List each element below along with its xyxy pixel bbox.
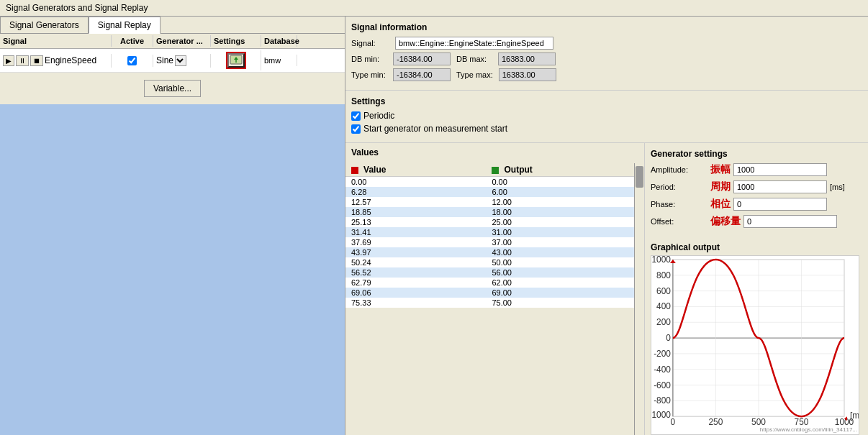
- db-minmax-row: DB min: DB max:: [351, 52, 862, 65]
- svg-text:250: 250: [709, 417, 723, 427]
- settings-icon: [229, 54, 243, 67]
- amplitude-input[interactable]: [733, 163, 827, 176]
- period-input[interactable]: [733, 180, 827, 193]
- periodic-checkbox[interactable]: [351, 111, 361, 121]
- svg-text:-200: -200: [654, 349, 671, 359]
- th-active: Active: [112, 35, 153, 47]
- start-generator-checkbox[interactable]: [351, 124, 361, 134]
- svg-text:[ms]: [ms]: [850, 411, 859, 421]
- start-generator-label: Start generator on measurement start: [363, 124, 507, 134]
- offset-input[interactable]: [743, 215, 837, 228]
- type-max-input[interactable]: [499, 68, 556, 81]
- svg-text:800: 800: [656, 270, 671, 280]
- offset-label: Offset:: [651, 217, 705, 226]
- signal-info-section: Signal information Signal: DB min: DB ma…: [345, 17, 868, 91]
- signal-info-title: Signal information: [351, 22, 862, 32]
- values-row: 69.0669.00: [345, 288, 644, 298]
- values-section: Values Value Outpu: [345, 143, 645, 435]
- values-title: Values: [351, 147, 638, 157]
- phase-label: Phase:: [651, 200, 705, 209]
- td-generator: Sine ▼: [153, 54, 211, 68]
- tab-signal-replay[interactable]: Signal Replay: [89, 17, 161, 34]
- values-table: Value Output 0.000.006.286.0012.5712.001…: [345, 163, 644, 308]
- values-row: 75.3375.00: [345, 298, 644, 308]
- variable-button[interactable]: Variable...: [144, 80, 201, 97]
- settings-border-box: [226, 52, 246, 69]
- values-scrollbar[interactable]: [634, 163, 644, 435]
- svg-text:600: 600: [656, 286, 671, 296]
- svg-text:0: 0: [666, 333, 671, 343]
- bottom-right: Generator settings Amplitude: 振幅 Period:…: [645, 143, 868, 435]
- output-cell: 6.00: [486, 187, 644, 197]
- values-row: 25.1325.00: [345, 217, 644, 227]
- th-generator: Generator ...: [153, 35, 211, 47]
- app-title: Signal Generators and Signal Replay: [6, 3, 148, 13]
- type-min-input[interactable]: [393, 68, 451, 81]
- th-settings: Settings: [211, 35, 261, 47]
- value-cell: 43.97: [345, 247, 486, 257]
- output-indicator: [492, 167, 499, 174]
- start-generator-row: Start generator on measurement start: [351, 124, 862, 134]
- value-cell: 25.13: [345, 217, 486, 227]
- svg-text:750: 750: [795, 417, 809, 427]
- col-value-header: Value: [345, 163, 486, 177]
- values-row: 37.6937.00: [345, 237, 644, 247]
- blue-area: [0, 104, 345, 435]
- output-cell: 75.00: [486, 298, 644, 308]
- amplitude-annotation: 振幅: [710, 163, 731, 176]
- tab-bar: Signal Generators Signal Replay: [0, 17, 345, 34]
- values-row: 43.9743.00: [345, 247, 644, 257]
- svg-text:200: 200: [656, 317, 671, 327]
- bottom-section: Values Value Outpu: [345, 143, 868, 435]
- output-cell: 25.00: [486, 217, 644, 227]
- graph-title: Graphical output: [651, 242, 862, 252]
- amplitude-row: Amplitude: 振幅: [651, 163, 862, 176]
- generator-type: Sine: [156, 55, 173, 65]
- scrollbar-thumb: [636, 166, 643, 188]
- svg-text:1000: 1000: [651, 256, 671, 265]
- svg-text:-400: -400: [654, 365, 671, 375]
- play-button[interactable]: ▶: [3, 55, 14, 66]
- period-unit: [ms]: [830, 183, 845, 191]
- output-cell: 56.00: [486, 267, 644, 278]
- active-checkbox[interactable]: [127, 56, 137, 65]
- db-max-label: DB max:: [456, 55, 492, 63]
- generator-dropdown[interactable]: ▼: [175, 55, 186, 66]
- output-cell: 0.00: [486, 177, 644, 188]
- pause-button[interactable]: ⏸: [16, 55, 29, 66]
- offset-row: Offset: 偏移量: [651, 215, 862, 228]
- output-cell: 37.00: [486, 237, 644, 247]
- svg-text:0: 0: [671, 417, 676, 427]
- signal-input[interactable]: [395, 37, 553, 50]
- db-min-input[interactable]: [393, 52, 451, 65]
- settings-button[interactable]: [227, 53, 245, 68]
- db-min-label: DB min:: [351, 55, 387, 63]
- value-cell: 37.69: [345, 237, 486, 247]
- output-cell: 18.00: [486, 207, 644, 217]
- periodic-row: Periodic: [351, 111, 862, 121]
- svg-text:-1000: -1000: [651, 410, 671, 420]
- stop-button[interactable]: ⏹: [30, 55, 43, 66]
- value-cell: 0.00: [345, 177, 486, 188]
- type-max-label: Type max:: [456, 70, 493, 79]
- settings-section: Settings Periodic Start generator on mea…: [345, 91, 868, 143]
- right-panel: Signal information Signal: DB min: DB ma…: [345, 17, 868, 435]
- values-row: 56.5256.00: [345, 267, 644, 278]
- output-cell: 12.00: [486, 197, 644, 207]
- db-max-input[interactable]: [498, 52, 556, 65]
- settings-title: Settings: [351, 96, 862, 106]
- td-signal: ▶ ⏸ ⏹ EngineSpeed: [0, 54, 112, 68]
- offset-annotation: 偏移量: [710, 215, 741, 228]
- output-cell: 31.00: [486, 227, 644, 237]
- value-cell: 56.52: [345, 267, 486, 278]
- value-cell: 31.41: [345, 227, 486, 237]
- phase-input[interactable]: [733, 198, 827, 211]
- value-indicator: [351, 167, 358, 174]
- table-row: ▶ ⏸ ⏹ EngineSpeed Sine ▼: [0, 49, 345, 73]
- value-cell: 18.85: [345, 207, 486, 217]
- output-cell: 43.00: [486, 247, 644, 257]
- tab-signal-generators[interactable]: Signal Generators: [0, 17, 89, 33]
- top-bar: Signal Generators and Signal Replay: [0, 0, 868, 17]
- th-signal: Signal: [0, 35, 112, 47]
- td-settings: [211, 50, 261, 70]
